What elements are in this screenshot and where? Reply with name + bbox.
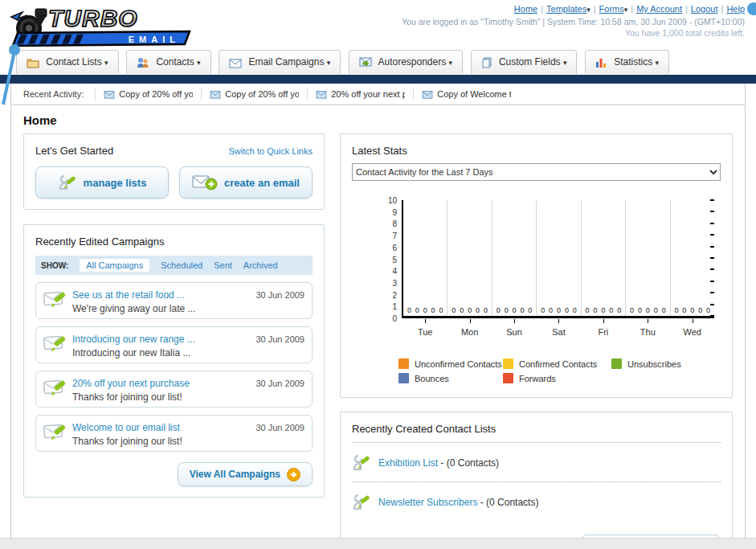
contact-lists-title: Recently Created Contact Lists xyxy=(352,423,721,435)
x-tick-label: Fri xyxy=(582,327,625,337)
chart-plot-area: 00000Tue00000Mon00000Sun00000Sat00000Fri… xyxy=(402,200,714,318)
campaign-item[interactable]: Introducing our new range ...Introducing… xyxy=(35,326,313,363)
manage-lists-button[interactable]: manage lists xyxy=(35,166,169,199)
top-link-home[interactable]: Home xyxy=(514,4,537,14)
tab-custom-fields[interactable]: Custom Fields xyxy=(471,50,578,74)
envelope-pencil-icon xyxy=(43,289,67,309)
campaign-title-link[interactable]: Introducing our new range ... xyxy=(72,334,195,345)
campaign-list: See us at the retail food ...We're givin… xyxy=(35,282,313,452)
contact-list-item: Newsletter Subscribers - (0 Contacts) xyxy=(352,490,721,514)
legend-item: Unconfirmed Contacts xyxy=(398,358,503,369)
credits-info: You have 1,000 total credits left. xyxy=(402,28,745,38)
campaign-item[interactable]: Welcome to our email listThanks for join… xyxy=(35,415,313,452)
envelope-pencil-icon xyxy=(43,377,67,398)
legend-label: Confirmed Contacts xyxy=(519,359,597,369)
person-pencil-icon xyxy=(352,491,371,512)
chart-day-group: 00000Thu xyxy=(626,200,670,316)
login-info: You are logged in as "Timothy Smith" | S… xyxy=(402,17,745,27)
top-link-help[interactable]: Help xyxy=(726,4,745,14)
contact-list-link[interactable]: Exhibition List xyxy=(378,457,438,469)
bar-value-labels: 00000 xyxy=(626,306,669,314)
latest-stats-title: Latest Stats xyxy=(352,145,721,157)
tab-autoresponders[interactable]: Autoresponders xyxy=(349,50,463,74)
folder-icon xyxy=(27,57,39,68)
campaigns-title: Recently Edited Campaigns xyxy=(35,236,313,248)
create-email-button[interactable]: create an email xyxy=(179,166,313,199)
svg-text:EMAIL: EMAIL xyxy=(129,35,180,44)
campaign-title-link[interactable]: 20% off your next purchase xyxy=(72,378,190,389)
top-link-my-account[interactable]: My Account xyxy=(636,4,682,14)
decorative-dot xyxy=(747,2,756,15)
x-tick-label: Mon xyxy=(447,327,491,337)
email-bar: EMAIL xyxy=(13,31,190,46)
stats-period-select[interactable]: Contact Activity for the Last 7 Days xyxy=(352,163,721,181)
person-pencil-icon xyxy=(352,452,371,473)
filter-scheduled[interactable]: Scheduled xyxy=(161,260,202,270)
view-all-campaigns-button[interactable]: View All Campaigns xyxy=(178,462,313,486)
recent-activity-label: Recent Activity: xyxy=(23,89,84,99)
bar-value-labels: 00000 xyxy=(582,306,625,314)
campaign-date: 30 Jun 2009 xyxy=(255,290,304,300)
show-label: SHOW: xyxy=(41,261,68,270)
filter-sent[interactable]: Sent xyxy=(214,260,232,270)
campaign-item[interactable]: 20% off your next purchaseThanks for joi… xyxy=(35,371,313,408)
filter-archived[interactable]: Archived xyxy=(243,260,278,270)
recent-activity-item[interactable]: Copy of 20% off yo xyxy=(95,88,201,100)
bottom-strip xyxy=(0,538,756,549)
campaign-date: 30 Jun 2009 xyxy=(255,334,304,344)
tab-contacts[interactable]: Contacts xyxy=(126,50,211,74)
switch-quick-links-link[interactable]: Switch to Quick Links xyxy=(228,146,313,156)
chart-day-group: 00000Wed xyxy=(671,200,714,316)
chart-day-group: 00000Mon xyxy=(447,200,492,316)
arrow-right-icon xyxy=(287,468,300,481)
recent-activity-item[interactable]: Copy of Welcome to xyxy=(413,88,519,100)
envelope-icon xyxy=(104,90,115,99)
recent-activity-item[interactable]: 20% off your next p xyxy=(307,88,413,100)
contact-list-link[interactable]: Newsletter Subscribers xyxy=(378,497,477,508)
legend-label: Forwards xyxy=(519,374,556,383)
legend-item: Bounces xyxy=(398,373,503,383)
chart-legend: Unconfirmed ContactsConfirmed ContactsUn… xyxy=(398,358,721,383)
recent-activity-item[interactable]: Copy of 20% off yo xyxy=(201,88,307,100)
legend-label: Bounces xyxy=(415,374,449,383)
y-tick-label: 0 xyxy=(392,314,397,323)
legend-swatch xyxy=(398,358,409,369)
envelope-pencil-icon xyxy=(43,333,67,354)
legend-label: Unconfirmed Contacts xyxy=(415,359,502,369)
envelope-pencil-icon xyxy=(43,421,67,442)
campaign-subtitle: Thanks for joining our list! xyxy=(72,436,255,447)
filter-all-campaigns[interactable]: All Campaigns xyxy=(80,259,149,272)
campaign-title-link[interactable]: See us at the retail food ... xyxy=(72,289,185,301)
envelope-plus-icon xyxy=(192,174,218,191)
envelope-icon xyxy=(422,90,433,99)
chart-day-group: 00000Sat xyxy=(537,200,581,316)
recently-edited-campaigns-panel: Recently Edited Campaigns SHOW: All Camp… xyxy=(23,224,325,498)
y-tick-label: 7 xyxy=(392,231,397,240)
x-tick-label: Tue xyxy=(403,327,447,337)
get-started-title: Let's Get Started xyxy=(35,145,113,157)
tab-statistics[interactable]: Statistics xyxy=(585,50,669,74)
contact-list-item: Exhibition List - (0 Contacts) xyxy=(352,450,721,474)
x-tick-label: Wed xyxy=(671,327,714,337)
legend-swatch xyxy=(503,373,513,383)
y-tick-label: 1 xyxy=(392,302,397,311)
top-link-forms[interactable]: Forms xyxy=(599,4,628,14)
get-started-panel: Let's Get Started Switch to Quick Links … xyxy=(23,133,325,210)
top-link-templates[interactable]: Templates xyxy=(546,4,590,14)
envelope-icon xyxy=(210,90,221,99)
person-pencil-icon xyxy=(58,173,77,192)
y-tick-label: 2 xyxy=(392,290,397,299)
decorative-pin xyxy=(0,42,24,106)
tab-contact-lists[interactable]: Contact Lists xyxy=(16,50,119,74)
tab-email-campaigns[interactable]: Email Campaigns xyxy=(219,50,341,74)
y-tick-label: 3 xyxy=(392,278,397,287)
campaign-subtitle: Thanks for joining our list! xyxy=(72,391,255,403)
autoresponder-icon xyxy=(359,57,372,68)
bar-value-labels: 00000 xyxy=(403,306,447,314)
top-link-logout[interactable]: Logout xyxy=(691,4,718,14)
campaign-title-link[interactable]: Welcome to our email list xyxy=(72,422,180,433)
x-tick-label: Sat xyxy=(537,327,580,337)
bar-value-labels: 00000 xyxy=(671,306,714,314)
campaign-item[interactable]: See us at the retail food ...We're givin… xyxy=(35,282,313,319)
main-nav: Contact Lists Contacts Email Campaigns A… xyxy=(0,50,756,75)
